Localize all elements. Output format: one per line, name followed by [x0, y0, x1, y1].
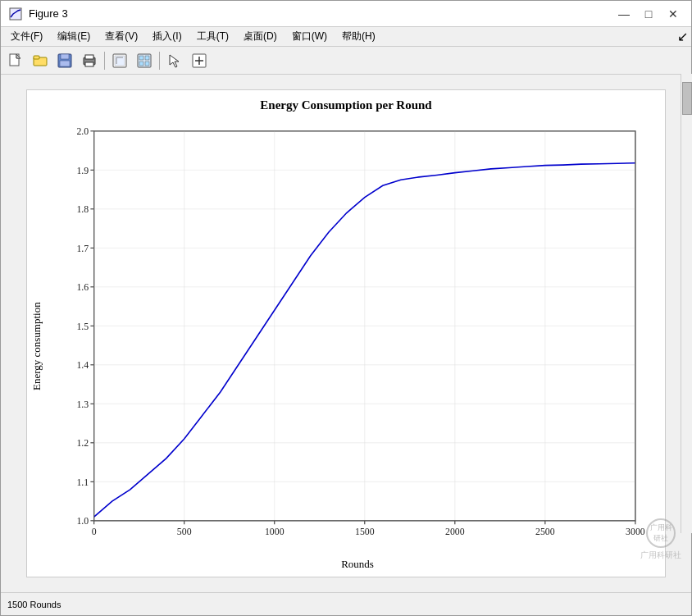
- close-button[interactable]: ✕: [662, 5, 685, 23]
- bottom-text: 1500 Rounds: [7, 600, 61, 609]
- menu-help[interactable]: 帮助(H): [335, 28, 382, 45]
- menu-window[interactable]: 窗口(W): [285, 28, 334, 45]
- title-bar: Figure 3 — □ ✕: [1, 1, 691, 27]
- svg-text:1.7: 1.7: [76, 243, 89, 254]
- watermark-text: 广用科研社: [640, 550, 681, 561]
- toolbar-separator-2: [159, 52, 160, 70]
- menu-bar: 文件(F) 编辑(E) 查看(V) 插入(I) 工具(T) 桌面(D) 窗口(W…: [1, 27, 691, 47]
- toolbar-print[interactable]: [78, 50, 101, 71]
- svg-text:1.5: 1.5: [76, 321, 89, 332]
- toolbar-zoom[interactable]: [188, 50, 211, 71]
- minimize-button[interactable]: —: [612, 5, 635, 23]
- chart-and-xaxis: 1.01.11.21.31.41.51.61.71.81.92.00500100…: [50, 116, 665, 577]
- scrollbar-thumb[interactable]: [682, 82, 692, 115]
- svg-text:2000: 2000: [445, 526, 465, 537]
- svg-text:1500: 1500: [355, 526, 375, 537]
- svg-text:500: 500: [177, 526, 192, 537]
- menu-view[interactable]: 查看(V): [98, 28, 144, 45]
- plot-area: Energy Consumption per Round Energy cons…: [1, 75, 691, 592]
- watermark-circle-text: 广用科研社: [648, 522, 674, 544]
- plot-title: Energy Consumption per Round: [27, 90, 665, 116]
- chart-svg: 1.01.11.21.31.41.51.61.71.81.92.00500100…: [50, 122, 649, 556]
- plot-inner: Energy consumption 1.01.11.21.31.41.51.6…: [27, 116, 665, 577]
- menu-tools[interactable]: 工具(T): [190, 28, 235, 45]
- main-window: Figure 3 — □ ✕ 文件(F) 编辑(E) 查看(V) 插入(I) 工…: [0, 0, 692, 616]
- svg-text:1.3: 1.3: [76, 399, 89, 410]
- toolbar-open[interactable]: [29, 50, 52, 71]
- chart-wrapper: 1.01.11.21.31.41.51.61.71.81.92.00500100…: [50, 116, 665, 556]
- svg-text:1.2: 1.2: [76, 437, 89, 449]
- svg-text:1000: 1000: [265, 526, 285, 537]
- svg-rect-14: [139, 56, 143, 60]
- svg-rect-15: [145, 56, 149, 60]
- x-axis-label: Rounds: [50, 556, 665, 577]
- svg-text:1.4: 1.4: [76, 359, 89, 371]
- toolbar-export[interactable]: [108, 50, 131, 71]
- svg-rect-4: [34, 56, 39, 59]
- y-axis-label: Energy consumption: [27, 116, 50, 577]
- svg-rect-9: [85, 55, 93, 59]
- svg-text:2500: 2500: [535, 526, 555, 537]
- svg-rect-17: [145, 62, 149, 66]
- window-controls: — □ ✕: [612, 5, 685, 23]
- toolbar-separator-1: [104, 52, 105, 70]
- maximize-button[interactable]: □: [637, 5, 660, 23]
- toolbar-layout[interactable]: [133, 50, 156, 71]
- svg-text:0: 0: [92, 526, 97, 537]
- toolbar-cursor[interactable]: [163, 50, 186, 71]
- svg-text:1.1: 1.1: [76, 477, 89, 488]
- window-icon: [7, 6, 24, 22]
- svg-rect-7: [60, 61, 70, 66]
- bottom-bar: 1500 Rounds: [1, 592, 691, 615]
- window-title: Figure 3: [29, 7, 612, 20]
- scrollbar-right[interactable]: [681, 74, 692, 533]
- menu-desktop[interactable]: 桌面(D): [237, 28, 284, 45]
- svg-rect-16: [139, 62, 143, 66]
- svg-text:1.8: 1.8: [76, 203, 89, 215]
- menu-edit[interactable]: 编辑(E): [51, 28, 97, 45]
- toolbar-new[interactable]: [4, 50, 27, 71]
- watermark-circle: 广用科研社: [646, 518, 676, 548]
- svg-marker-18: [170, 55, 179, 67]
- toolbar: [1, 47, 691, 75]
- svg-rect-10: [85, 62, 93, 66]
- dock-icon[interactable]: ↙: [677, 29, 688, 44]
- svg-text:1.6: 1.6: [76, 281, 89, 293]
- watermark: 广用科研社 广用科研社: [640, 518, 681, 561]
- menu-file[interactable]: 文件(F): [4, 28, 49, 45]
- menu-insert[interactable]: 插入(I): [146, 28, 188, 45]
- svg-text:1.0: 1.0: [76, 515, 89, 527]
- plot-container: Energy Consumption per Round Energy cons…: [26, 89, 666, 577]
- toolbar-save[interactable]: [53, 50, 76, 71]
- svg-text:1.9: 1.9: [76, 165, 89, 176]
- svg-rect-6: [61, 54, 69, 59]
- svg-text:2.0: 2.0: [76, 125, 89, 137]
